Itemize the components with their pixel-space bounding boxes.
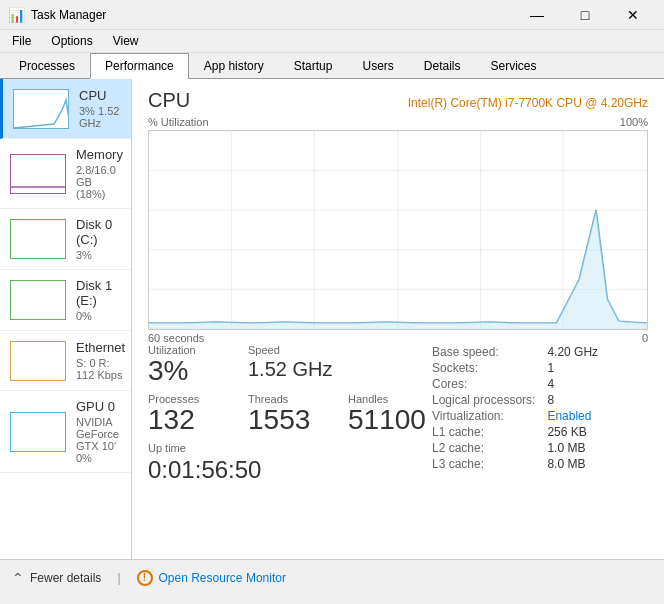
resource-item-disk1[interactable]: Disk 1 (E:) 0% [0, 270, 131, 331]
l3-cache-label: L3 cache: [428, 456, 543, 472]
tab-users[interactable]: Users [347, 53, 408, 79]
tab-services[interactable]: Services [476, 53, 552, 79]
memory-name: Memory [76, 147, 123, 162]
svg-rect-4 [11, 342, 66, 381]
maximize-button[interactable]: □ [562, 0, 608, 30]
virtualization-label: Virtualization: [428, 408, 543, 424]
footer-divider: | [117, 571, 120, 585]
chart-label-bottom: 60 seconds 0 [148, 332, 648, 344]
cpu-model: Intel(R) Core(TM) i7-7700K CPU @ 4.20GHz [408, 96, 648, 110]
app-title: Task Manager [31, 8, 106, 22]
logical-processors-value: 8 [543, 392, 602, 408]
cpu-info: CPU 3% 1.52 GHz [79, 88, 121, 129]
cpu-chart [148, 130, 648, 330]
tab-startup[interactable]: Startup [279, 53, 348, 79]
right-panel: CPU Intel(R) Core(TM) i7-7700K CPU @ 4.2… [132, 79, 664, 559]
tab-processes[interactable]: Processes [4, 53, 90, 79]
open-resource-monitor-link[interactable]: Open Resource Monitor [159, 571, 286, 585]
cpu-header: CPU Intel(R) Core(TM) i7-7700K CPU @ 4.2… [148, 89, 648, 112]
tab-app-history[interactable]: App history [189, 53, 279, 79]
processes-value: 132 [148, 405, 228, 436]
disk0-detail: 3% [76, 249, 121, 261]
disk0-mini-graph [10, 219, 66, 259]
l1-cache-value: 256 KB [543, 424, 602, 440]
l2-cache-value: 1.0 MB [543, 440, 602, 456]
disk1-info: Disk 1 (E:) 0% [76, 278, 121, 322]
resource-item-ethernet[interactable]: Ethernet S: 0 R: 112 Kbps [0, 331, 131, 391]
sockets-value: 1 [543, 360, 602, 376]
title-bar-left: 📊 Task Manager [8, 7, 106, 23]
handles-block: Handles 51100 [348, 393, 428, 436]
memory-detail: 2.8/16.0 GB (18%) [76, 164, 123, 200]
virtualization-value: Enabled [543, 408, 602, 424]
menu-view[interactable]: View [105, 32, 147, 50]
resource-item-disk0[interactable]: Disk 0 (C:) 3% [0, 209, 131, 270]
util-speed-row: Utilization 3% Speed 1.52 GHz [148, 344, 428, 387]
warning-icon: ! [137, 570, 153, 586]
cpu-detail: 3% 1.52 GHz [79, 105, 121, 129]
cores-label: Cores: [428, 376, 543, 392]
threads-label: Threads [248, 393, 328, 405]
speed-block: Speed 1.52 GHz [248, 344, 332, 387]
cpu-mini-graph [13, 89, 69, 129]
ethernet-mini-graph [10, 341, 66, 381]
chart-y-label: % Utilization [148, 116, 209, 128]
close-button[interactable]: ✕ [610, 0, 656, 30]
proc-thread-handle-row: Processes 132 Threads 1553 Handles 51100 [148, 393, 428, 436]
cores-value: 4 [543, 376, 602, 392]
chart-time-label: 60 seconds [148, 332, 204, 344]
menu-options[interactable]: Options [43, 32, 100, 50]
l1-cache-label: L1 cache: [428, 424, 543, 440]
chevron-up-icon: ⌃ [12, 570, 24, 586]
menu-file[interactable]: File [4, 32, 39, 50]
l3-cache-value: 8.0 MB [543, 456, 602, 472]
tab-performance[interactable]: Performance [90, 53, 189, 79]
sys-info-table: Base speed: 4.20 GHz Sockets: 1 Cores: 4… [428, 344, 602, 472]
fewer-details-item[interactable]: ⌃ Fewer details [12, 570, 101, 586]
gpu0-detail: NVIDIA GeForce GTX 10'0% [76, 416, 121, 464]
title-bar: 📊 Task Manager — □ ✕ [0, 0, 664, 30]
utilization-value: 3% [148, 356, 228, 387]
chart-max-label: 100% [620, 116, 648, 128]
base-speed-value: 4.20 GHz [543, 344, 602, 360]
svg-rect-0 [14, 90, 69, 129]
gpu-mini-graph [10, 412, 66, 452]
open-resource-monitor-item[interactable]: ! Open Resource Monitor [137, 570, 286, 586]
processes-block: Processes 132 [148, 393, 228, 436]
ethernet-info: Ethernet S: 0 R: 112 Kbps [76, 340, 125, 381]
l2-cache-label: L2 cache: [428, 440, 543, 456]
disk1-detail: 0% [76, 310, 121, 322]
disk0-name: Disk 0 (C:) [76, 217, 121, 247]
disk0-info: Disk 0 (C:) 3% [76, 217, 121, 261]
menu-bar: File Options View [0, 30, 664, 53]
tabs-bar: Processes Performance App history Startu… [0, 53, 664, 79]
uptime-label: Up time [148, 442, 428, 454]
resource-item-memory[interactable]: Memory 2.8/16.0 GB (18%) [0, 139, 131, 209]
threads-block: Threads 1553 [248, 393, 328, 436]
svg-rect-1 [11, 155, 66, 194]
resource-item-cpu[interactable]: CPU 3% 1.52 GHz [0, 79, 131, 139]
sockets-label: Sockets: [428, 360, 543, 376]
processes-label: Processes [148, 393, 228, 405]
main-content: CPU 3% 1.52 GHz Memory 2.8/16.0 GB (18%) [0, 79, 664, 559]
disk1-mini-graph [10, 280, 66, 320]
resource-item-gpu0[interactable]: GPU 0 NVIDIA GeForce GTX 10'0% [0, 391, 131, 473]
bottom-left-stats: Utilization 3% Speed 1.52 GHz Processes … [148, 344, 428, 484]
app-icon: 📊 [8, 7, 25, 23]
uptime-value: 0:01:56:50 [148, 456, 428, 484]
minimize-button[interactable]: — [514, 0, 560, 30]
speed-label: Speed [248, 344, 332, 356]
utilization-block: Utilization 3% [148, 344, 228, 387]
ethernet-detail: S: 0 R: 112 Kbps [76, 357, 125, 381]
speed-value: 1.52 GHz [248, 356, 332, 382]
logical-processors-label: Logical processors: [428, 392, 543, 408]
footer: ⌃ Fewer details | ! Open Resource Monito… [0, 559, 664, 595]
left-panel: CPU 3% 1.52 GHz Memory 2.8/16.0 GB (18%) [0, 79, 132, 559]
handles-label: Handles [348, 393, 428, 405]
handles-value: 51100 [348, 405, 428, 436]
disk1-name: Disk 1 (E:) [76, 278, 121, 308]
gpu0-info: GPU 0 NVIDIA GeForce GTX 10'0% [76, 399, 121, 464]
svg-rect-3 [11, 281, 66, 320]
bottom-stats: Utilization 3% Speed 1.52 GHz Processes … [148, 344, 648, 484]
tab-details[interactable]: Details [409, 53, 476, 79]
